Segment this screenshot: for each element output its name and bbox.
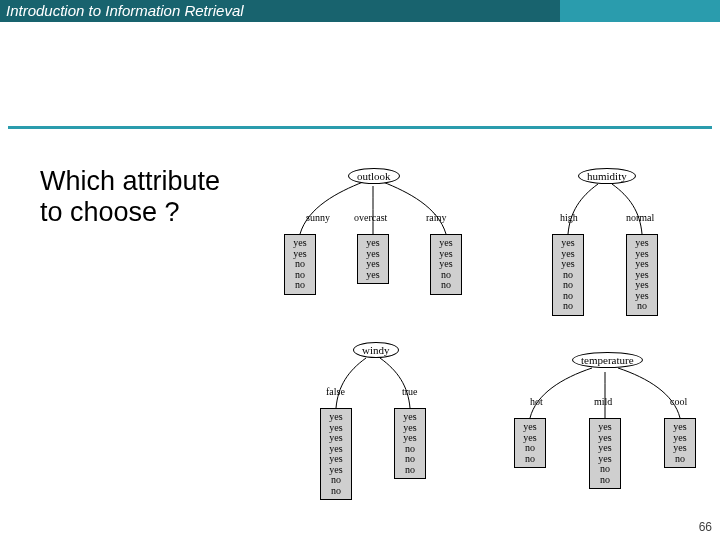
- outlook-root: outlook: [348, 168, 400, 184]
- windy-root: windy: [353, 342, 399, 358]
- tree-outlook: outlook sunny overcast rainy yesyesnonon…: [268, 162, 478, 332]
- header-accent: [560, 0, 720, 22]
- windy-leaf-true: yesyesyesnonono: [394, 408, 426, 479]
- temperature-leaf-hot: yesyesnono: [514, 418, 546, 468]
- outlook-leaf-rainy: yesyesyesnono: [430, 234, 462, 295]
- outlook-leaf-overcast: yesyesyesyes: [357, 234, 389, 284]
- outlook-edge-rainy: rainy: [426, 212, 447, 223]
- humidity-root: humidity: [578, 168, 636, 184]
- windy-edge-true: true: [402, 386, 418, 397]
- outlook-edge-sunny: sunny: [306, 212, 330, 223]
- temperature-edge-mild: mild: [594, 396, 612, 407]
- slide-header-title: Introduction to Information Retrieval: [6, 0, 244, 22]
- page-number: 66: [699, 520, 712, 534]
- windy-edge-false: false: [326, 386, 345, 397]
- temperature-leaf-cool: yesyesyesno: [664, 418, 696, 468]
- tree-temperature: temperature hot mild cool yesyesnono yes…: [490, 346, 710, 526]
- temperature-root: temperature: [572, 352, 643, 368]
- temperature-leaf-mild: yesyesyesyesnono: [589, 418, 621, 489]
- windy-leaf-false: yesyesyesyesyesyesnono: [320, 408, 352, 500]
- outlook-edge-overcast: overcast: [354, 212, 387, 223]
- tree-humidity: humidity high normal yesyesyesnononono y…: [520, 162, 690, 342]
- body-title: Which attribute to choose ?: [40, 166, 220, 228]
- humidity-leaf-normal: yesyesyesyesyesyesno: [626, 234, 658, 316]
- tree-windy: windy false true yesyesyesyesyesyesnono …: [288, 336, 458, 526]
- body-title-line1: Which attribute: [40, 166, 220, 196]
- temperature-edge-cool: cool: [670, 396, 687, 407]
- humidity-edge-high: high: [560, 212, 578, 223]
- title-underline: [8, 126, 712, 129]
- humidity-edge-normal: normal: [626, 212, 654, 223]
- body-title-line2: to choose ?: [40, 197, 180, 227]
- humidity-leaf-high: yesyesyesnononono: [552, 234, 584, 316]
- temperature-edge-hot: hot: [530, 396, 543, 407]
- outlook-leaf-sunny: yesyesnonono: [284, 234, 316, 295]
